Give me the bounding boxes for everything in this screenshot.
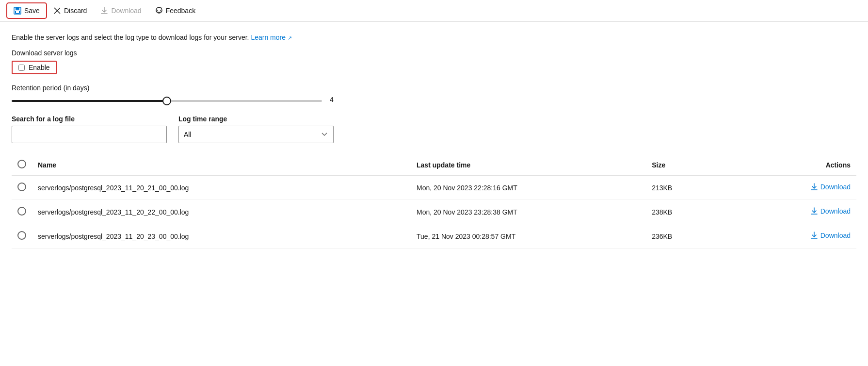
header-radio[interactable] xyxy=(17,160,26,168)
discard-label: Discard xyxy=(64,7,87,15)
discard-icon xyxy=(53,7,61,15)
toolbar: Save Discard Download xyxy=(0,0,868,22)
discard-button[interactable]: Discard xyxy=(48,4,93,17)
search-field-group: Search for a log file xyxy=(12,115,167,143)
row-name-2: serverlogs/postgresql_2023_11_20_23_00_0… xyxy=(32,224,411,249)
col-header-time: Last update time xyxy=(411,155,646,175)
row-time-0: Mon, 20 Nov 2023 22:28:16 GMT xyxy=(411,175,646,200)
download-button[interactable]: Download xyxy=(95,4,147,17)
row-name-1: serverlogs/postgresql_2023_11_20_22_00_0… xyxy=(32,200,411,224)
svg-point-8 xyxy=(157,10,158,11)
row-actions-2: Download xyxy=(730,224,856,249)
row-radio-1[interactable] xyxy=(17,207,26,216)
save-label: Save xyxy=(24,7,40,15)
log-table: Name Last update time Size Actions serve… xyxy=(12,155,856,249)
main-content: Enable the server logs and select the lo… xyxy=(0,22,868,260)
slider-row: 4 xyxy=(12,96,856,103)
col-header-size: Size xyxy=(646,155,730,175)
feedback-label: Feedback xyxy=(166,7,195,15)
row-size-1: 238KB xyxy=(646,200,730,224)
col-header-select xyxy=(12,155,32,175)
feedback-icon xyxy=(155,7,163,15)
feedback-button[interactable]: Feedback xyxy=(149,4,201,17)
row-select-0[interactable] xyxy=(12,175,32,200)
row-time-2: Tue, 21 Nov 2023 00:28:57 GMT xyxy=(411,224,646,249)
section-label: Download server logs xyxy=(12,49,856,57)
save-button[interactable]: Save xyxy=(8,4,46,17)
retention-value: 4 xyxy=(330,96,339,103)
learn-more-link[interactable]: Learn more ↗ xyxy=(251,33,291,41)
col-header-name: Name xyxy=(32,155,411,175)
svg-rect-3 xyxy=(16,11,19,13)
external-link-icon: ↗ xyxy=(288,35,292,41)
enable-label[interactable]: Enable xyxy=(29,64,50,71)
download-icon-0 xyxy=(811,183,818,191)
download-label-2: Download xyxy=(820,232,851,239)
search-label: Search for a log file xyxy=(12,115,167,123)
row-time-1: Mon, 20 Nov 2023 23:28:38 GMT xyxy=(411,200,646,224)
row-actions-1: Download xyxy=(730,200,856,224)
table-row: serverlogs/postgresql_2023_11_20_23_00_0… xyxy=(12,224,856,249)
download-icon xyxy=(100,7,108,15)
table-row: serverlogs/postgresql_2023_11_20_22_00_0… xyxy=(12,200,856,224)
download-link-1[interactable]: Download xyxy=(811,207,851,215)
row-name-0: serverlogs/postgresql_2023_11_20_21_00_0… xyxy=(32,175,411,200)
svg-line-10 xyxy=(161,7,163,7)
col-header-actions: Actions xyxy=(730,155,856,175)
download-icon-2 xyxy=(811,232,818,239)
search-filter-row: Search for a log file Log time range All… xyxy=(12,115,856,143)
retention-slider[interactable] xyxy=(12,100,322,102)
download-icon-1 xyxy=(811,207,818,215)
download-link-0[interactable]: Download xyxy=(811,183,851,191)
download-link-2[interactable]: Download xyxy=(811,232,851,239)
table-row: serverlogs/postgresql_2023_11_20_21_00_0… xyxy=(12,175,856,200)
retention-section: Retention period (in days) 4 xyxy=(12,84,856,103)
filter-field-group: Log time range All Last 1 hour Last 6 ho… xyxy=(178,115,334,143)
description: Enable the server logs and select the lo… xyxy=(12,33,856,41)
download-label-0: Download xyxy=(820,183,851,191)
svg-point-9 xyxy=(160,10,161,11)
row-select-2[interactable] xyxy=(12,224,32,249)
svg-rect-1 xyxy=(16,7,19,10)
row-size-2: 236KB xyxy=(646,224,730,249)
row-radio-2[interactable] xyxy=(17,231,26,240)
time-range-select[interactable]: All Last 1 hour Last 6 hours Last 24 hou… xyxy=(178,126,334,143)
slider-container xyxy=(12,96,322,103)
search-input[interactable] xyxy=(12,126,167,143)
row-select-1[interactable] xyxy=(12,200,32,224)
toolbar-download-label: Download xyxy=(111,7,141,15)
row-actions-0: Download xyxy=(730,175,856,200)
row-radio-0[interactable] xyxy=(17,183,26,191)
filter-label: Log time range xyxy=(178,115,334,123)
save-icon xyxy=(14,7,21,15)
retention-label: Retention period (in days) xyxy=(12,84,856,92)
enable-checkbox[interactable] xyxy=(18,65,25,71)
description-text: Enable the server logs and select the lo… xyxy=(12,33,249,41)
row-size-0: 213KB xyxy=(646,175,730,200)
download-label-1: Download xyxy=(820,207,851,215)
